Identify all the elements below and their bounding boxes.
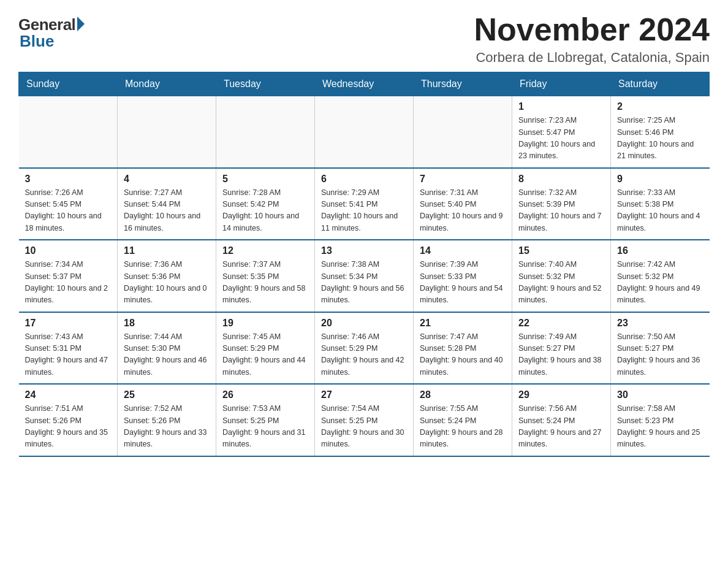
day-number: 30 [617,389,703,400]
title-area: November 2024 Corbera de Llobregat, Cata… [474,12,710,66]
calendar-cell: 25Sunrise: 7:52 AMSunset: 5:26 PMDayligh… [118,384,216,456]
day-info: Sunrise: 7:53 AMSunset: 5:25 PMDaylight:… [222,403,308,451]
calendar-cell: 22Sunrise: 7:49 AMSunset: 5:27 PMDayligh… [512,312,611,385]
calendar-cell: 2Sunrise: 7:25 AMSunset: 5:46 PMDaylight… [611,96,710,168]
day-info: Sunrise: 7:36 AMSunset: 5:36 PMDaylight:… [124,259,210,307]
calendar-cell: 3Sunrise: 7:26 AMSunset: 5:45 PMDaylight… [19,168,118,240]
weekday-header-thursday: Thursday [414,72,512,96]
day-number: 5 [222,174,308,185]
day-info: Sunrise: 7:54 AMSunset: 5:25 PMDaylight:… [321,403,407,451]
day-info: Sunrise: 7:28 AMSunset: 5:42 PMDaylight:… [222,187,308,235]
day-info: Sunrise: 7:45 AMSunset: 5:29 PMDaylight:… [222,331,308,379]
calendar-cell: 6Sunrise: 7:29 AMSunset: 5:41 PMDaylight… [315,168,414,240]
day-number: 28 [420,389,506,400]
day-number: 11 [124,245,210,256]
day-number: 25 [124,389,210,400]
logo-blue-text: Blue [20,32,54,51]
day-number: 23 [617,318,703,329]
day-info: Sunrise: 7:27 AMSunset: 5:44 PMDaylight:… [124,187,210,235]
calendar-cell: 23Sunrise: 7:50 AMSunset: 5:27 PMDayligh… [611,312,710,385]
day-info: Sunrise: 7:46 AMSunset: 5:29 PMDaylight:… [321,331,407,379]
day-info: Sunrise: 7:25 AMSunset: 5:46 PMDaylight:… [617,115,703,163]
day-number: 3 [25,174,112,185]
calendar-cell: 26Sunrise: 7:53 AMSunset: 5:25 PMDayligh… [216,384,315,456]
location-subtitle: Corbera de Llobregat, Catalonia, Spain [474,50,710,66]
calendar-cell: 20Sunrise: 7:46 AMSunset: 5:29 PMDayligh… [315,312,414,385]
day-number: 9 [617,174,703,185]
day-info: Sunrise: 7:51 AMSunset: 5:26 PMDaylight:… [25,403,112,451]
weekday-header-sunday: Sunday [19,72,118,96]
day-info: Sunrise: 7:52 AMSunset: 5:26 PMDaylight:… [124,403,210,451]
day-number: 21 [420,318,506,329]
day-number: 13 [321,245,407,256]
calendar-cell: 7Sunrise: 7:31 AMSunset: 5:40 PMDaylight… [414,168,512,240]
day-number: 8 [518,174,604,185]
calendar-body: 1Sunrise: 7:23 AMSunset: 5:47 PMDaylight… [19,96,710,456]
calendar-week-row: 3Sunrise: 7:26 AMSunset: 5:45 PMDaylight… [19,168,710,240]
calendar-cell: 11Sunrise: 7:36 AMSunset: 5:36 PMDayligh… [118,240,216,312]
weekday-header-row: SundayMondayTuesdayWednesdayThursdayFrid… [19,72,710,96]
calendar-cell: 10Sunrise: 7:34 AMSunset: 5:37 PMDayligh… [19,240,118,312]
day-number: 4 [124,174,210,185]
logo: General Blue [18,12,85,51]
calendar-header: SundayMondayTuesdayWednesdayThursdayFrid… [19,72,710,96]
day-info: Sunrise: 7:55 AMSunset: 5:24 PMDaylight:… [420,403,506,451]
calendar-cell: 21Sunrise: 7:47 AMSunset: 5:28 PMDayligh… [414,312,512,385]
calendar-cell: 19Sunrise: 7:45 AMSunset: 5:29 PMDayligh… [216,312,315,385]
calendar-cell: 8Sunrise: 7:32 AMSunset: 5:39 PMDaylight… [512,168,611,240]
day-number: 7 [420,174,506,185]
weekday-header-tuesday: Tuesday [216,72,315,96]
day-info: Sunrise: 7:50 AMSunset: 5:27 PMDaylight:… [617,331,703,379]
day-number: 16 [617,245,703,256]
calendar-cell: 18Sunrise: 7:44 AMSunset: 5:30 PMDayligh… [118,312,216,385]
calendar-cell: 28Sunrise: 7:55 AMSunset: 5:24 PMDayligh… [414,384,512,456]
day-number: 1 [518,101,604,112]
weekday-header-monday: Monday [118,72,216,96]
day-info: Sunrise: 7:42 AMSunset: 5:32 PMDaylight:… [617,259,703,307]
calendar-cell [118,96,216,168]
day-info: Sunrise: 7:31 AMSunset: 5:40 PMDaylight:… [420,187,506,235]
calendar-cell: 1Sunrise: 7:23 AMSunset: 5:47 PMDaylight… [512,96,611,168]
day-info: Sunrise: 7:49 AMSunset: 5:27 PMDaylight:… [518,331,604,379]
day-info: Sunrise: 7:39 AMSunset: 5:33 PMDaylight:… [420,259,506,307]
day-number: 2 [617,101,703,112]
day-info: Sunrise: 7:32 AMSunset: 5:39 PMDaylight:… [518,187,604,235]
day-number: 24 [25,389,112,400]
day-number: 29 [518,389,604,400]
calendar-cell: 24Sunrise: 7:51 AMSunset: 5:26 PMDayligh… [19,384,118,456]
day-info: Sunrise: 7:58 AMSunset: 5:23 PMDaylight:… [617,403,703,451]
calendar-cell [414,96,512,168]
day-number: 18 [124,318,210,329]
day-info: Sunrise: 7:38 AMSunset: 5:34 PMDaylight:… [321,259,407,307]
day-number: 10 [25,245,112,256]
calendar-week-row: 24Sunrise: 7:51 AMSunset: 5:26 PMDayligh… [19,384,710,456]
day-info: Sunrise: 7:47 AMSunset: 5:28 PMDaylight:… [420,331,506,379]
weekday-header-saturday: Saturday [611,72,710,96]
calendar-week-row: 17Sunrise: 7:43 AMSunset: 5:31 PMDayligh… [19,312,710,385]
day-number: 6 [321,174,407,185]
day-number: 17 [25,318,112,329]
weekday-header-friday: Friday [512,72,611,96]
calendar-cell: 5Sunrise: 7:28 AMSunset: 5:42 PMDaylight… [216,168,315,240]
day-info: Sunrise: 7:29 AMSunset: 5:41 PMDaylight:… [321,187,407,235]
calendar-table: SundayMondayTuesdayWednesdayThursdayFrid… [18,72,710,457]
weekday-header-wednesday: Wednesday [315,72,414,96]
calendar-cell: 15Sunrise: 7:40 AMSunset: 5:32 PMDayligh… [512,240,611,312]
logo-arrow-icon [77,17,85,31]
calendar-cell: 27Sunrise: 7:54 AMSunset: 5:25 PMDayligh… [315,384,414,456]
day-number: 20 [321,318,407,329]
day-number: 14 [420,245,506,256]
month-title: November 2024 [474,12,710,47]
day-info: Sunrise: 7:40 AMSunset: 5:32 PMDaylight:… [518,259,604,307]
day-number: 26 [222,389,308,400]
calendar-cell: 16Sunrise: 7:42 AMSunset: 5:32 PMDayligh… [611,240,710,312]
calendar-cell: 4Sunrise: 7:27 AMSunset: 5:44 PMDaylight… [118,168,216,240]
calendar-cell: 17Sunrise: 7:43 AMSunset: 5:31 PMDayligh… [19,312,118,385]
day-info: Sunrise: 7:44 AMSunset: 5:30 PMDaylight:… [124,331,210,379]
calendar-cell: 14Sunrise: 7:39 AMSunset: 5:33 PMDayligh… [414,240,512,312]
day-info: Sunrise: 7:34 AMSunset: 5:37 PMDaylight:… [25,259,112,307]
day-info: Sunrise: 7:33 AMSunset: 5:38 PMDaylight:… [617,187,703,235]
calendar-cell: 12Sunrise: 7:37 AMSunset: 5:35 PMDayligh… [216,240,315,312]
calendar-cell: 29Sunrise: 7:56 AMSunset: 5:24 PMDayligh… [512,384,611,456]
calendar-cell: 13Sunrise: 7:38 AMSunset: 5:34 PMDayligh… [315,240,414,312]
